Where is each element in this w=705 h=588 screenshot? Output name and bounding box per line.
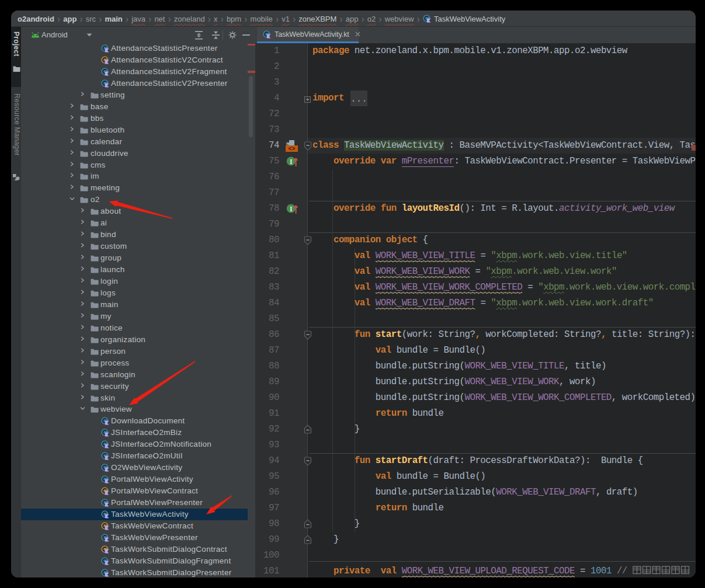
svg-text:<>: <>	[288, 146, 295, 152]
svg-text:I: I	[290, 158, 293, 165]
svg-text:I: I	[290, 206, 293, 213]
